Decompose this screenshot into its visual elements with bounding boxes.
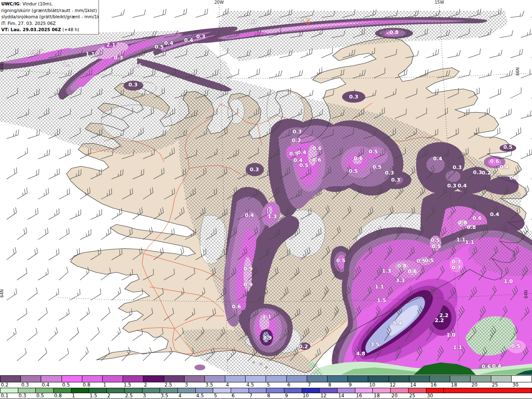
scale-tick: 7 — [308, 382, 310, 388]
scale-cell — [82, 376, 103, 382]
precip-value: 0.3 — [292, 137, 301, 143]
scale-tick: 9 — [285, 393, 288, 399]
precip-value: 0.5 — [349, 168, 358, 174]
scale-cell — [143, 388, 160, 393]
scale-tick: 5 — [214, 393, 217, 399]
weather-map-page: 0.50.50.81.12.10.30.50.50.40.40.30.70.60… — [0, 0, 532, 399]
precip-value: 1.0 — [504, 278, 513, 284]
scale-tick: 0.5 — [62, 382, 70, 388]
precip-value: 0.6 — [473, 215, 482, 221]
scale-tick: 16 — [431, 382, 437, 388]
precip-value: 0.8 — [467, 224, 476, 230]
precip-value: 0.4 — [500, 164, 509, 170]
scale-cell — [491, 376, 512, 382]
precip-value: 0.7 — [248, 19, 257, 25]
scale-cell — [54, 388, 71, 393]
precip-value: 0.3 — [447, 182, 456, 189]
precip-value: 0.3 — [114, 54, 123, 61]
legend-scales: 0.20.30.40.50.811.522.533.544.5567891012… — [0, 375, 532, 399]
meridian-label: 15W — [435, 0, 444, 5]
precip-value: 1.1 — [262, 313, 271, 320]
scale-cell — [246, 376, 266, 382]
precip-value: 0.4 — [245, 212, 254, 218]
scale-tick: 14 — [338, 393, 345, 399]
precip-value: 0.5 — [155, 44, 164, 50]
precip-value: 1.1 — [456, 236, 466, 243]
scale-cell — [373, 388, 391, 393]
precip-value: 1.0 — [446, 332, 456, 338]
precip-value: 0.6 — [271, 17, 280, 24]
precip-value: 0.6 — [408, 268, 417, 274]
precip-value: 0.2 — [299, 343, 308, 350]
valid-time: VT: Lau. 29.03.2025 06Z (+48 h) — [1, 27, 99, 33]
precip-value: 0.4 — [458, 182, 467, 189]
scale-cell — [444, 388, 532, 393]
scale-cell — [0, 388, 18, 393]
precip-value: 0.5 — [369, 148, 378, 155]
scale-tick: 4 — [226, 382, 229, 388]
scale-tick: 3 — [143, 393, 146, 399]
precip-value: 0.5 — [503, 144, 512, 150]
precip-value: 1.1 — [453, 344, 462, 350]
scale-tick: 8 — [328, 382, 331, 388]
precip-value: 0.7 — [452, 264, 461, 271]
title-line-3: slydda/snjókoma (grátt/bleikt/grænt - mm… — [1, 14, 99, 20]
scale-tick: 3 — [185, 382, 188, 388]
precip-value: 0.8 — [397, 263, 406, 269]
precip-value: 2.2 — [435, 317, 444, 323]
precip-value: 0.7 — [452, 259, 461, 265]
precip-value: 1.3 — [382, 268, 391, 274]
precip-value: 0.4 — [492, 363, 501, 369]
scale-cell — [409, 376, 430, 382]
scale-cell — [426, 388, 444, 393]
scale-cell — [213, 388, 231, 393]
precip-value: 0.8 — [389, 29, 399, 35]
scale-tick: 12 — [389, 382, 396, 388]
parallel-label: 66N — [515, 67, 520, 76]
scale-cell — [160, 388, 178, 393]
scale-cell — [284, 388, 302, 393]
precip-value: 0.3 — [473, 169, 482, 175]
scale-cell — [185, 376, 205, 382]
scale-cell — [430, 376, 450, 382]
scale-cell — [266, 376, 286, 382]
scale-tick: 25 — [409, 393, 416, 399]
scale-tick: 1.5 — [90, 393, 97, 399]
precip-value: 0.6 — [313, 145, 322, 151]
scale-tick: 0.8 — [54, 393, 62, 399]
parallel-label: 66N — [0, 64, 4, 72]
init-time: IT: Fim. 27. 03. 2025 06Z — [1, 20, 99, 27]
precip-value: 0.5 — [299, 162, 308, 168]
scale-tick: 7 — [249, 393, 252, 399]
scale-cell — [470, 376, 491, 382]
scale-cell — [18, 388, 36, 393]
scale-tick: 4 — [178, 393, 181, 399]
sleet-snow-scale-bar — [0, 375, 532, 382]
scale-cell — [287, 376, 307, 382]
precip-value: 0.5 — [133, 62, 142, 69]
scale-cell — [62, 376, 82, 382]
scale-tick: 1 — [72, 393, 75, 399]
scale-cell — [337, 388, 355, 393]
precip-value: 0.3 — [293, 128, 302, 135]
precip-value: 0.6 — [232, 303, 241, 310]
scale-cell — [320, 388, 337, 393]
precip-value: 0.4 — [164, 40, 173, 46]
precip-value: 0.5 — [432, 243, 441, 249]
scale-cell — [107, 388, 125, 393]
scale-tick: 30 — [427, 393, 433, 399]
scale-cell — [389, 376, 409, 382]
scale-cell — [103, 376, 123, 382]
scale-cell — [391, 388, 409, 393]
precip-value: 0.8 — [288, 17, 297, 23]
precip-value: 0.3 — [250, 166, 259, 172]
precip-value: 0.2 — [482, 170, 491, 176]
meridian-label: 20W — [214, 0, 224, 5]
precip-value: 0.6 — [482, 363, 491, 369]
precip-value: 0.5 — [372, 164, 382, 170]
precip-value: 1.1 — [86, 51, 95, 57]
scale-tick: 14 — [410, 382, 416, 388]
title-line-1: UWC/IG: Vindur (10m), — [1, 1, 99, 7]
scale-cell — [21, 376, 41, 382]
precip-value: 0.3 — [391, 177, 400, 183]
